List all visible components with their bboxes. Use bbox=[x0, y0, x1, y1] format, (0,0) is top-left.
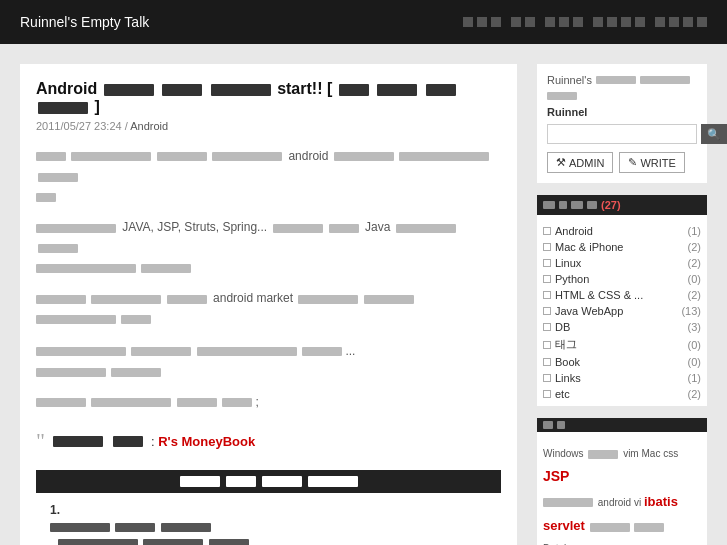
nav-block-2 bbox=[477, 17, 487, 27]
quote-section: " : R's MoneyBook bbox=[36, 428, 501, 454]
tags-header bbox=[537, 418, 707, 432]
admin-icon: ⚒ bbox=[556, 156, 566, 169]
r bbox=[596, 76, 636, 84]
content-para-2: JAVA, JSP, Struts, Spring... Java bbox=[36, 217, 501, 278]
cat-name: HTML & CSS & ... bbox=[555, 289, 684, 301]
category-item[interactable]: etc (2) bbox=[537, 386, 707, 402]
r bbox=[273, 224, 323, 233]
cat-icon bbox=[543, 227, 551, 235]
r bbox=[38, 244, 78, 253]
content-para-3: android market bbox=[36, 288, 501, 329]
post-category-link[interactable]: Android bbox=[130, 120, 168, 132]
r bbox=[543, 498, 593, 507]
r bbox=[547, 92, 577, 100]
r bbox=[167, 295, 207, 304]
write-label: WRITE bbox=[640, 157, 675, 169]
r bbox=[212, 152, 282, 161]
quote-icon: " bbox=[36, 428, 45, 454]
r bbox=[396, 224, 456, 233]
site-title: Ruinnel's Empty Talk bbox=[20, 14, 149, 30]
cat-icon bbox=[543, 243, 551, 251]
category-item[interactable]: DB (3) bbox=[537, 319, 707, 335]
sidebar-username: Ruinnel bbox=[547, 106, 697, 118]
category-item[interactable]: Book (0) bbox=[537, 354, 707, 370]
cat-count: (13) bbox=[681, 305, 701, 317]
write-button[interactable]: ✎ WRITE bbox=[619, 152, 684, 173]
r bbox=[115, 523, 155, 532]
r bbox=[53, 436, 103, 447]
cat-name: Book bbox=[555, 356, 684, 368]
btn-row: ⚒ ADMIN ✎ WRITE bbox=[547, 152, 697, 173]
r bbox=[588, 450, 618, 459]
cat-count: (0) bbox=[688, 339, 701, 351]
write-icon: ✎ bbox=[628, 156, 637, 169]
tag-jsp[interactable]: JSP bbox=[543, 468, 569, 484]
r bbox=[399, 152, 489, 161]
cat-count: (2) bbox=[688, 241, 701, 253]
cat-name: Links bbox=[555, 372, 684, 384]
r bbox=[559, 201, 567, 209]
nav-block-10 bbox=[607, 17, 617, 27]
cat-name: Python bbox=[555, 273, 684, 285]
r bbox=[36, 264, 136, 273]
r bbox=[36, 398, 86, 407]
cat-name: Java WebApp bbox=[555, 305, 677, 317]
category-item[interactable]: 태그 (0) bbox=[537, 335, 707, 354]
content-para-1: android bbox=[36, 146, 501, 207]
tag-mac[interactable]: Mac bbox=[641, 448, 660, 459]
admin-button[interactable]: ⚒ ADMIN bbox=[547, 152, 613, 173]
r bbox=[121, 315, 151, 324]
nav-block-9 bbox=[593, 17, 603, 27]
category-item[interactable]: Links (1) bbox=[537, 370, 707, 386]
title-redacted-1 bbox=[104, 84, 154, 96]
quote-link[interactable]: R's MoneyBook bbox=[158, 434, 255, 449]
r bbox=[91, 295, 161, 304]
r bbox=[197, 347, 297, 356]
header-nav bbox=[463, 17, 707, 27]
search-button[interactable]: 🔍 bbox=[701, 124, 727, 144]
categories-header: (27) bbox=[537, 195, 707, 215]
cat-name: DB bbox=[555, 321, 684, 333]
tag-android[interactable]: android bbox=[598, 497, 631, 508]
r bbox=[302, 347, 342, 356]
category-item[interactable]: Linux (2) bbox=[537, 255, 707, 271]
nav-block-3 bbox=[491, 17, 501, 27]
tag-vim[interactable]: vim bbox=[623, 448, 639, 459]
tag-servlet[interactable]: servlet bbox=[543, 518, 585, 533]
category-item[interactable]: Mac & iPhone (2) bbox=[537, 239, 707, 255]
r bbox=[590, 523, 630, 532]
post-title-middle: start!! [ bbox=[277, 80, 332, 97]
main-content: Android start!! [ ] 2011/05/27 23:24 / A… bbox=[20, 64, 517, 545]
r bbox=[364, 295, 414, 304]
cat-count: (1) bbox=[688, 372, 701, 384]
nav-block-7 bbox=[559, 17, 569, 27]
r bbox=[71, 152, 151, 161]
cat-name: 태그 bbox=[555, 337, 684, 352]
sidebar-tags-section: Windows vim Mac css JSP android vi ibati… bbox=[537, 418, 707, 545]
cat-count: (1) bbox=[688, 225, 701, 237]
tag-css[interactable]: css bbox=[663, 448, 678, 459]
category-item[interactable]: HTML & CSS & ... (2) bbox=[537, 287, 707, 303]
list-num-1: 1. bbox=[50, 503, 60, 517]
content-para-5: ; bbox=[36, 392, 501, 412]
title-redacted-5 bbox=[377, 84, 417, 96]
tag-windows[interactable]: Windows bbox=[543, 448, 584, 459]
tag-ibatis[interactable]: ibatis bbox=[644, 494, 678, 509]
category-item[interactable]: Java WebApp (13) bbox=[537, 303, 707, 319]
cat-icon bbox=[543, 275, 551, 283]
categories-count: (27) bbox=[601, 199, 621, 211]
r bbox=[36, 295, 86, 304]
cat-name: Mac & iPhone bbox=[555, 241, 684, 253]
sidebar: Ruinnel's Ruinnel 🔍 ⚒ ADMIN ✎ WRITE bbox=[537, 64, 707, 545]
r bbox=[36, 347, 126, 356]
category-item[interactable]: Python (0) bbox=[537, 271, 707, 287]
tag-vi[interactable]: vi bbox=[634, 497, 641, 508]
search-input[interactable] bbox=[547, 124, 697, 144]
r bbox=[143, 539, 203, 545]
r bbox=[587, 201, 597, 209]
post-title: Android start!! [ ] bbox=[36, 80, 501, 116]
cat-icon bbox=[543, 291, 551, 299]
post-title-prefix: Android bbox=[36, 80, 97, 97]
r bbox=[161, 523, 211, 532]
category-item[interactable]: Android (1) bbox=[537, 223, 707, 239]
